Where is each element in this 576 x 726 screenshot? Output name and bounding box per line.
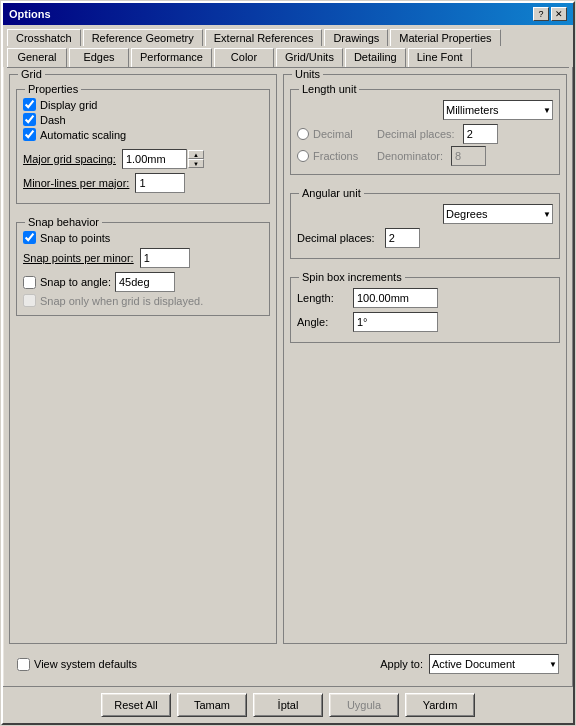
decimal-places-label: Decimal places: xyxy=(377,128,455,140)
snap-behavior-subpanel: Snap behavior Snap to points Snap points… xyxy=(16,222,270,316)
cancel-button[interactable]: İptal xyxy=(253,693,323,717)
length-unit-title: Length unit xyxy=(299,83,359,95)
decimal-radio-row: Decimal Decimal places: xyxy=(297,124,553,144)
tab-general[interactable]: General xyxy=(7,48,67,67)
spinbox-length-row: Length: xyxy=(297,288,553,308)
snap-to-points-label: Snap to points xyxy=(40,232,110,244)
major-spacing-down[interactable]: ▼ xyxy=(188,159,204,168)
decimal-radio[interactable] xyxy=(297,128,309,140)
tab-color[interactable]: Color xyxy=(214,48,274,67)
help-footer-button[interactable]: Yardım xyxy=(405,693,475,717)
decimal-label: Decimal xyxy=(313,128,373,140)
snap-only-label: Snap only when grid is displayed. xyxy=(40,295,203,307)
window-title: Options xyxy=(9,8,51,20)
spinbox-length-label: Length: xyxy=(297,292,347,304)
view-system-defaults-checkbox[interactable] xyxy=(17,658,30,671)
view-system-defaults-row: View system defaults xyxy=(17,658,137,671)
snap-behavior-title: Snap behavior xyxy=(25,216,102,228)
tab-grid-units[interactable]: Grid/Units xyxy=(276,48,343,67)
apply-button[interactable]: Uygula xyxy=(329,693,399,717)
apply-to-row: Apply to: Active Document xyxy=(380,654,559,674)
tab-drawings[interactable]: Drawings xyxy=(324,29,388,46)
spinbox-subpanel: Spin box increments Length: Angle: xyxy=(290,277,560,343)
automatic-scaling-row: Automatic scaling xyxy=(23,128,263,141)
grid-panel: Grid Properties Display grid Dash Automa… xyxy=(9,74,277,644)
angular-dropdown-row: Degrees xyxy=(297,204,553,224)
tab-performance[interactable]: Performance xyxy=(131,48,212,67)
fractions-radio[interactable] xyxy=(297,150,309,162)
apply-to-select-wrapper: Active Document xyxy=(429,654,559,674)
major-spacing-input[interactable] xyxy=(122,149,187,169)
major-spacing-up[interactable]: ▲ xyxy=(188,150,204,159)
tab-line-font[interactable]: Line Font xyxy=(408,48,472,67)
title-bar: Options ? ✕ xyxy=(3,3,573,25)
snap-to-angle-checkbox[interactable] xyxy=(23,276,36,289)
properties-subpanel: Properties Display grid Dash Automatic s… xyxy=(16,89,270,204)
snap-only-checkbox[interactable] xyxy=(23,294,36,307)
help-button[interactable]: ? xyxy=(533,7,549,21)
minor-lines-input[interactable] xyxy=(135,173,185,193)
major-spacing-input-wrapper: ▲ ▼ xyxy=(122,149,204,169)
options-dialog: Options ? ✕ Crosshatch Reference Geometr… xyxy=(1,1,575,725)
length-unit-select-wrapper: Millimeters xyxy=(443,100,553,120)
tab-detailing[interactable]: Detailing xyxy=(345,48,406,67)
apply-to-select[interactable]: Active Document xyxy=(429,654,559,674)
dash-checkbox[interactable] xyxy=(23,113,36,126)
snap-points-row: Snap points per minor: xyxy=(23,248,263,268)
angular-decimal-row: Decimal places: xyxy=(297,228,553,248)
ok-button[interactable]: Tamam xyxy=(177,693,247,717)
display-grid-row: Display grid xyxy=(23,98,263,111)
units-panel: Units Length unit Millimeters Decimal xyxy=(283,74,567,644)
minor-lines-label: Minor-lines per major: xyxy=(23,177,129,189)
spinbox-angle-input[interactable] xyxy=(353,312,438,332)
major-spacing-spinner: ▲ ▼ xyxy=(188,150,204,168)
major-spacing-label: Major grid spacing: xyxy=(23,153,116,165)
display-grid-checkbox[interactable] xyxy=(23,98,36,111)
snap-to-points-checkbox[interactable] xyxy=(23,231,36,244)
apply-to-label: Apply to: xyxy=(380,658,423,670)
snap-to-angle-label: Snap to angle: xyxy=(40,276,111,288)
tab-material-properties[interactable]: Material Properties xyxy=(390,29,500,46)
snap-to-angle-row: Snap to angle: xyxy=(23,272,263,292)
tab-crosshatch[interactable]: Crosshatch xyxy=(7,29,81,46)
major-spacing-row: Major grid spacing: ▲ ▼ xyxy=(23,149,263,169)
angular-decimal-label: Decimal places: xyxy=(297,232,375,244)
tab-external-references[interactable]: External References xyxy=(205,29,323,46)
automatic-scaling-checkbox[interactable] xyxy=(23,128,36,141)
angular-unit-select-wrapper: Degrees xyxy=(443,204,553,224)
snap-points-input[interactable] xyxy=(140,248,190,268)
spinbox-angle-label: Angle: xyxy=(297,316,347,328)
tab-edges[interactable]: Edges xyxy=(69,48,129,67)
spinbox-angle-row: Angle: xyxy=(297,312,553,332)
reset-all-button[interactable]: Reset All xyxy=(101,693,171,717)
grid-panel-title: Grid xyxy=(18,68,45,80)
close-button[interactable]: ✕ xyxy=(551,7,567,21)
fractions-label: Fractions xyxy=(313,150,373,162)
bottom-section: View system defaults Apply to: Active Do… xyxy=(9,648,567,680)
length-unit-dropdown-row: Millimeters xyxy=(297,100,553,120)
decimal-places-input[interactable] xyxy=(463,124,498,144)
snap-only-row: Snap only when grid is displayed. xyxy=(23,294,263,307)
spinbox-length-input[interactable] xyxy=(353,288,438,308)
length-unit-subpanel: Length unit Millimeters Decimal Decimal … xyxy=(290,89,560,175)
tab-reference-geometry[interactable]: Reference Geometry xyxy=(83,29,203,46)
minor-lines-row: Minor-lines per major: xyxy=(23,173,263,193)
main-row: Grid Properties Display grid Dash Automa… xyxy=(9,74,567,644)
view-system-defaults-label: View system defaults xyxy=(34,658,137,670)
content-area: Grid Properties Display grid Dash Automa… xyxy=(3,68,573,686)
dash-row: Dash xyxy=(23,113,263,126)
fractions-radio-row: Fractions Denominator: xyxy=(297,146,553,166)
units-panel-title: Units xyxy=(292,68,323,80)
angular-unit-title: Angular unit xyxy=(299,187,364,199)
snap-to-points-row: Snap to points xyxy=(23,231,263,244)
angular-decimal-input[interactable] xyxy=(385,228,420,248)
angular-unit-select[interactable]: Degrees xyxy=(443,204,553,224)
tab-row-1: Crosshatch Reference Geometry External R… xyxy=(3,25,573,46)
footer: Reset All Tamam İptal Uygula Yardım xyxy=(3,686,573,723)
spinbox-title: Spin box increments xyxy=(299,271,405,283)
denominator-input[interactable] xyxy=(451,146,486,166)
denominator-label: Denominator: xyxy=(377,150,443,162)
length-unit-select[interactable]: Millimeters xyxy=(443,100,553,120)
snap-to-angle-input[interactable] xyxy=(115,272,175,292)
properties-title: Properties xyxy=(25,83,81,95)
